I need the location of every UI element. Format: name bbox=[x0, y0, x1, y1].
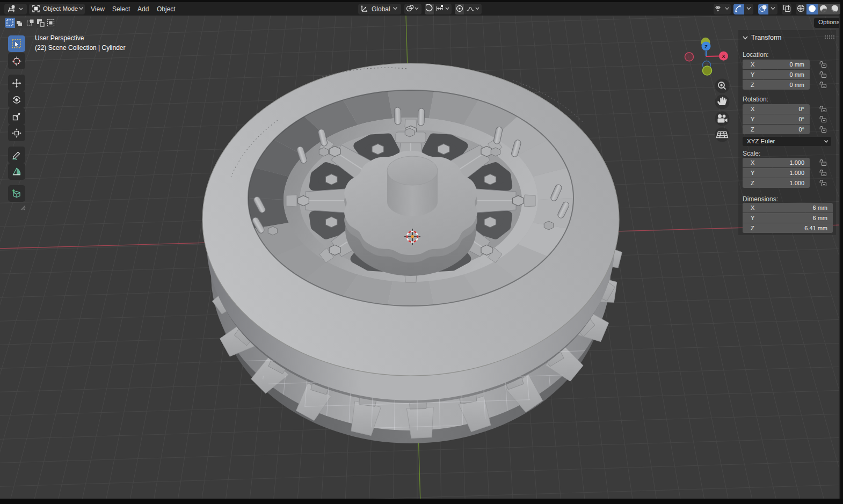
svg-text:X: X bbox=[722, 54, 725, 59]
svg-text:Z: Z bbox=[704, 44, 708, 49]
svg-text:(22) Scene Collection | Cylind: (22) Scene Collection | Cylinder bbox=[35, 44, 126, 52]
svg-text:User Perspective: User Perspective bbox=[35, 34, 84, 42]
